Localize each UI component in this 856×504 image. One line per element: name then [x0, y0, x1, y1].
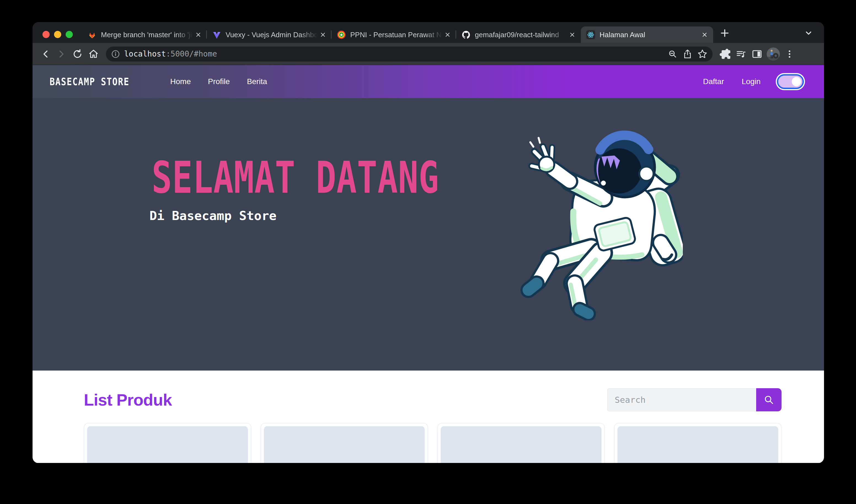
- products-heading: List Produk: [84, 391, 172, 410]
- product-card-grid: [84, 423, 782, 463]
- products-header: List Produk: [84, 388, 782, 411]
- gitlab-icon: [88, 30, 96, 39]
- search-input[interactable]: [607, 388, 756, 411]
- tab-ppni[interactable]: PPNI - Persatuan Perawat Nasi: [332, 26, 456, 43]
- product-image-placeholder: [618, 426, 778, 463]
- hero-title: SELAMAT DATANG: [152, 152, 439, 203]
- reload-icon[interactable]: [70, 46, 86, 62]
- side-panel-icon[interactable]: [749, 46, 765, 62]
- tab-gitlab[interactable]: Merge branch 'master' into 'jiha: [82, 26, 207, 43]
- product-card[interactable]: [261, 423, 428, 463]
- tab-github[interactable]: gemafajar09/react-tailwind: [456, 26, 581, 43]
- url-text[interactable]: localhost:5000/#home: [124, 49, 665, 58]
- vuexy-icon: [212, 30, 221, 39]
- product-image-placeholder: [264, 426, 425, 463]
- browser-menu-kebab-icon[interactable]: [782, 46, 798, 62]
- tab-close-icon[interactable]: [700, 31, 709, 39]
- url-host: localhost: [124, 49, 166, 58]
- react-icon: [586, 30, 595, 39]
- browser-toolbar: localhost:5000/#home: [33, 43, 824, 65]
- tab-title: Halaman Awal: [600, 31, 700, 39]
- nav-item-profile[interactable]: Profile: [208, 77, 230, 86]
- tab-halaman-awal[interactable]: Halaman Awal: [581, 26, 713, 43]
- nav-item-berita[interactable]: Berita: [247, 77, 267, 86]
- new-tab-button[interactable]: [717, 25, 732, 41]
- close-window-button[interactable]: [42, 31, 50, 38]
- profile-avatar[interactable]: [767, 48, 780, 61]
- products-section: List Produk: [33, 371, 824, 463]
- tab-search-chevron-icon[interactable]: [801, 25, 816, 41]
- url-path: :5000/#home: [166, 49, 217, 58]
- tab-close-icon[interactable]: [568, 31, 576, 39]
- window-controls: [42, 31, 73, 38]
- astronaut-illustration: [517, 130, 683, 320]
- hero-section: SELAMAT DATANG Di Basecamp Store: [33, 98, 824, 371]
- nav-links: Home Profile Berita: [170, 77, 267, 86]
- github-icon: [462, 30, 470, 39]
- product-card[interactable]: [84, 423, 251, 463]
- search-bar: [607, 388, 782, 411]
- tab-vuexy[interactable]: Vuexy - Vuejs Admin Dashboar: [207, 26, 332, 43]
- theme-toggle-switch[interactable]: [778, 75, 802, 88]
- nav-item-login[interactable]: Login: [742, 77, 761, 86]
- forward-icon[interactable]: [54, 46, 70, 62]
- site-navbar: BASECAMP STORE Home Profile Berita Dafta…: [33, 65, 824, 98]
- tab-title: Merge branch 'master' into 'jiha: [101, 31, 194, 39]
- ppni-icon: [337, 30, 346, 39]
- site-info-icon[interactable]: [111, 49, 120, 59]
- nav-item-home[interactable]: Home: [170, 77, 191, 86]
- zoom-out-icon[interactable]: [665, 47, 680, 61]
- tab-title: Vuexy - Vuejs Admin Dashboar: [226, 31, 319, 39]
- tab-strip: Merge branch 'master' into 'jiha Vuexy -…: [33, 22, 824, 43]
- search-button[interactable]: [756, 388, 782, 411]
- playlist-music-icon[interactable]: [733, 46, 749, 62]
- product-card[interactable]: [614, 423, 782, 463]
- hero-subtitle: Di Basecamp Store: [149, 209, 277, 223]
- nav-item-daftar[interactable]: Daftar: [703, 77, 724, 86]
- back-icon[interactable]: [37, 46, 54, 62]
- nav-actions: Daftar Login: [703, 75, 802, 88]
- tab-close-icon[interactable]: [194, 31, 202, 39]
- share-icon[interactable]: [680, 47, 695, 61]
- minimize-window-button[interactable]: [54, 31, 61, 38]
- tab-title: PPNI - Persatuan Perawat Nasi: [350, 31, 443, 39]
- tab-close-icon[interactable]: [319, 31, 327, 39]
- product-card[interactable]: [438, 423, 605, 463]
- product-image-placeholder: [87, 426, 248, 463]
- address-bar[interactable]: localhost:5000/#home: [106, 47, 713, 61]
- tab-close-icon[interactable]: [443, 31, 452, 39]
- browser-window: Merge branch 'master' into 'jiha Vuexy -…: [33, 22, 824, 463]
- zoom-window-button[interactable]: [66, 31, 73, 38]
- toggle-knob: [792, 77, 801, 86]
- home-icon[interactable]: [86, 46, 102, 62]
- extensions-puzzle-icon[interactable]: [717, 46, 733, 62]
- product-image-placeholder: [441, 426, 602, 463]
- brand-logo[interactable]: BASECAMP STORE: [50, 76, 129, 87]
- search-icon: [763, 394, 774, 405]
- web-page: BASECAMP STORE Home Profile Berita Dafta…: [33, 65, 824, 463]
- bookmark-star-icon[interactable]: [695, 47, 710, 61]
- tab-title: gemafajar09/react-tailwind: [475, 31, 568, 39]
